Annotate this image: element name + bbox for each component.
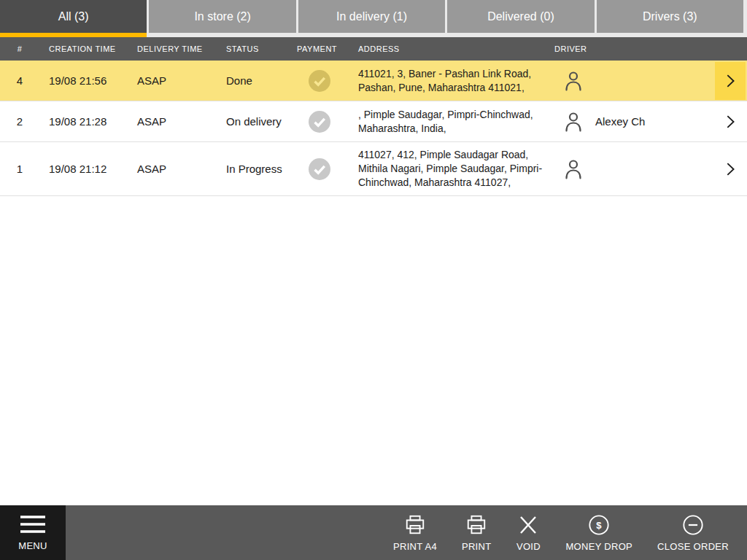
order-row-4[interactable]: 4 19/08 21:56 ASAP Done 411021, 3, Baner…	[0, 61, 747, 101]
minus-circle-icon	[682, 514, 704, 536]
void-button[interactable]: VOID	[503, 505, 553, 560]
action-buttons: PRINT A4 PRINT VOID $ MONEY DROP CLOSE O…	[381, 505, 747, 560]
printer-icon	[465, 514, 487, 536]
column-header-delivery-time: DELIVERY TIME	[128, 44, 217, 53]
check-circle-icon	[309, 70, 330, 92]
delivery-time: ASAP	[128, 115, 217, 128]
tab-in-store[interactable]: In store (2)	[149, 0, 295, 37]
address-text: 411027, 412, Pimple Saudagar Road, Mithi…	[352, 142, 553, 195]
money-drop-label: MONEY DROP	[565, 541, 632, 552]
x-icon	[516, 514, 541, 536]
delivery-time: ASAP	[128, 74, 217, 87]
column-header-status: STATUS	[217, 44, 287, 53]
money-drop-button[interactable]: $ MONEY DROP	[553, 505, 645, 560]
tab-in-delivery[interactable]: In delivery (1)	[298, 0, 445, 37]
hamburger-icon	[20, 515, 46, 534]
menu-button[interactable]: MENU	[0, 505, 66, 560]
person-icon	[563, 70, 584, 92]
status-text: Done	[217, 74, 287, 87]
table-header: # CREATION TIME DELIVERY TIME STATUS PAY…	[0, 37, 747, 61]
menu-label: MENU	[18, 540, 47, 551]
person-icon	[563, 158, 584, 180]
print-label: PRINT	[462, 541, 492, 552]
delivery-orders-screen: All (3) In store (2) In delivery (1) Del…	[0, 0, 747, 560]
address-text: , Pimple Saudagar, Pimpri-Chinchwad, Mah…	[352, 102, 553, 141]
creation-time: 19/08 21:56	[39, 74, 128, 87]
delivery-time: ASAP	[128, 163, 217, 175]
column-header-address: ADDRESS	[352, 44, 553, 53]
print-a4-label: PRINT A4	[393, 541, 437, 552]
status-text: In Progress	[217, 163, 287, 175]
order-row-2[interactable]: 2 19/08 21:28 ASAP On delivery , Pimple …	[0, 101, 747, 142]
printer-icon	[404, 514, 426, 536]
status-text: On delivery	[217, 115, 287, 128]
order-number: 4	[0, 74, 39, 87]
address-text: 411021, 3, Baner - Pashan Link Road, Pas…	[352, 61, 553, 101]
open-order-button[interactable]	[715, 62, 746, 100]
order-number: 1	[0, 163, 39, 175]
void-label: VOID	[516, 541, 541, 552]
tab-drivers[interactable]: Drivers (3)	[597, 0, 743, 37]
tab-delivered[interactable]: Delivered (0)	[447, 0, 594, 37]
driver-name: Alexey Ch	[595, 115, 645, 128]
bottom-action-bar: MENU PRINT A4 PRINT VOID $ MONEY DROP CL…	[0, 505, 747, 560]
close-order-button[interactable]: CLOSE ORDER	[645, 505, 741, 560]
chevron-right-icon	[722, 113, 738, 131]
check-circle-icon	[309, 158, 330, 180]
order-row-1[interactable]: 1 19/08 21:12 ASAP In Progress 411027, 4…	[0, 142, 747, 196]
column-header-number: #	[0, 44, 39, 53]
open-order-button[interactable]	[715, 150, 746, 188]
order-number: 2	[0, 115, 39, 128]
column-header-payment: PAYMENT	[287, 44, 352, 53]
dollar-circle-icon: $	[588, 514, 610, 536]
tab-all[interactable]: All (3)	[0, 0, 147, 37]
person-icon	[563, 111, 584, 133]
open-order-button[interactable]	[715, 103, 746, 141]
svg-text:$: $	[597, 519, 603, 530]
creation-time: 19/08 21:28	[39, 115, 128, 128]
column-header-driver: DRIVER	[553, 44, 711, 53]
print-a4-button[interactable]: PRINT A4	[381, 505, 449, 560]
creation-time: 19/08 21:12	[39, 163, 128, 175]
tab-bar: All (3) In store (2) In delivery (1) Del…	[0, 0, 747, 37]
print-button[interactable]: PRINT	[449, 505, 504, 560]
column-header-creation-time: CREATION TIME	[39, 44, 128, 53]
check-circle-icon	[309, 111, 330, 133]
close-order-label: CLOSE ORDER	[657, 541, 729, 552]
chevron-right-icon	[722, 160, 738, 178]
chevron-right-icon	[722, 72, 738, 90]
